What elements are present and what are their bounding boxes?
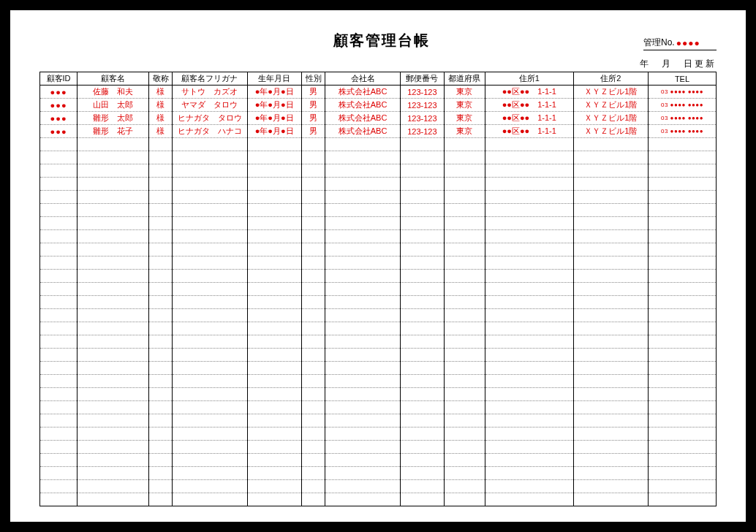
cell-hon: 様 — [148, 112, 173, 125]
cell-empty — [40, 138, 78, 151]
cell-empty — [325, 362, 400, 375]
cell-empty — [445, 441, 485, 454]
cell-empty — [573, 230, 648, 243]
cell-empty — [445, 178, 485, 191]
cell-empty — [40, 151, 78, 164]
cell-empty — [573, 138, 648, 151]
cell-empty — [247, 349, 301, 362]
cell-empty — [40, 178, 78, 191]
cell-empty — [325, 243, 400, 256]
cell-hon: 様 — [148, 99, 173, 112]
cell-empty — [648, 191, 716, 204]
cell-empty — [40, 164, 78, 178]
cell-empty — [301, 138, 325, 151]
cell-empty — [325, 204, 400, 217]
cell-empty — [78, 138, 149, 151]
cell-dob: ●年●月●日 — [247, 86, 301, 99]
cell-empty — [148, 454, 173, 467]
cell-empty — [148, 441, 173, 454]
cell-empty — [40, 375, 78, 388]
cell-empty — [325, 296, 400, 309]
table-row-empty — [40, 362, 717, 375]
cell-empty — [648, 283, 716, 296]
cell-empty — [485, 493, 573, 506]
cell-empty — [247, 151, 301, 164]
cell-empty — [173, 178, 247, 191]
cell-empty — [40, 256, 78, 270]
cell-empty — [173, 296, 247, 309]
cell-empty — [78, 480, 149, 493]
cell-empty — [78, 270, 149, 283]
cell-company: 株式会社ABC — [325, 112, 400, 125]
cell-empty — [148, 362, 173, 375]
cell-empty — [325, 414, 400, 428]
col-dob: 生年月日 — [247, 72, 301, 86]
cell-empty — [400, 375, 444, 388]
cell-empty — [400, 480, 444, 493]
cell-empty — [148, 204, 173, 217]
cell-empty — [40, 441, 78, 454]
cell-empty — [247, 322, 301, 335]
cell-empty — [173, 454, 247, 467]
customer-ledger-table: 顧客ID 顧客名 敬称 顧客名フリガナ 生年月日 性別 会社名 郵便番号 都道府… — [39, 72, 717, 506]
cell-id: ●●● — [40, 125, 78, 138]
cell-empty — [173, 217, 247, 230]
cell-empty — [400, 309, 444, 322]
cell-empty — [400, 401, 444, 414]
cell-empty — [173, 414, 247, 428]
cell-empty — [573, 270, 648, 283]
cell-empty — [485, 164, 573, 178]
cell-empty — [485, 204, 573, 217]
table-row-empty — [40, 322, 717, 335]
cell-empty — [400, 296, 444, 309]
cell-company: 株式会社ABC — [325, 86, 400, 99]
table-row-empty — [40, 401, 717, 414]
cell-empty — [173, 309, 247, 322]
table-row-empty — [40, 138, 717, 151]
cell-empty — [148, 401, 173, 414]
cell-empty — [648, 428, 716, 441]
cell-empty — [648, 309, 716, 322]
cell-empty — [40, 335, 78, 349]
cell-empty — [173, 480, 247, 493]
cell-empty — [648, 441, 716, 454]
cell-empty — [573, 204, 648, 217]
cell-empty — [173, 322, 247, 335]
table-row-empty — [40, 335, 717, 349]
cell-addr2: ＸＹＺビル1階 — [573, 86, 648, 99]
col-prefecture: 都道府県 — [445, 72, 485, 86]
cell-empty — [148, 493, 173, 506]
cell-empty — [40, 230, 78, 243]
table-row-empty — [40, 191, 717, 204]
cell-empty — [573, 414, 648, 428]
cell-empty — [400, 493, 444, 506]
cell-empty — [573, 493, 648, 506]
cell-empty — [78, 322, 149, 335]
cell-empty — [648, 178, 716, 191]
table-row-empty — [40, 349, 717, 362]
cell-empty — [247, 401, 301, 414]
cell-empty — [445, 362, 485, 375]
table-row-empty — [40, 178, 717, 191]
cell-empty — [648, 349, 716, 362]
cell-name: 山田 太郎 — [78, 99, 149, 112]
cell-empty — [40, 401, 78, 414]
cell-dob: ●年●月●日 — [247, 99, 301, 112]
cell-empty — [148, 270, 173, 283]
cell-empty — [247, 467, 301, 480]
cell-empty — [445, 401, 485, 414]
cell-empty — [78, 454, 149, 467]
cell-empty — [247, 309, 301, 322]
cell-empty — [78, 204, 149, 217]
cell-tel: 03 ●●●● ●●●● — [648, 112, 716, 125]
cell-empty — [573, 362, 648, 375]
cell-addr1: ●●区●● 1-1-1 — [485, 86, 573, 99]
cell-empty — [40, 296, 78, 309]
cell-empty — [148, 349, 173, 362]
cell-empty — [648, 467, 716, 480]
cell-empty — [78, 164, 149, 178]
cell-empty — [485, 441, 573, 454]
table-row-empty — [40, 256, 717, 270]
cell-empty — [485, 428, 573, 441]
cell-empty — [173, 428, 247, 441]
